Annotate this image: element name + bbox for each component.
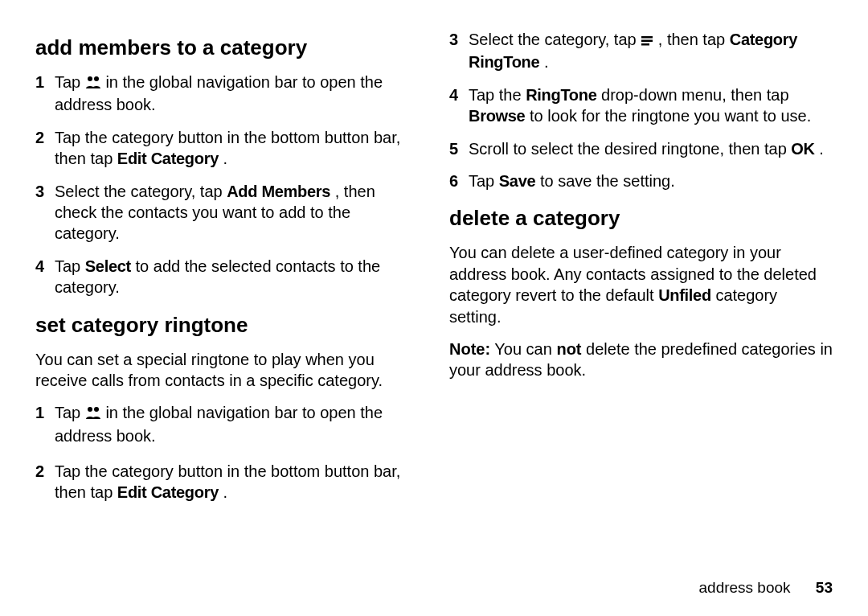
step-number: 3: [449, 29, 469, 50]
step-item: 2 Tap the category button in the bottom …: [35, 127, 419, 170]
text-run: in the global navigation bar to open the…: [55, 73, 383, 113]
svg-point-2: [88, 407, 92, 412]
add-members-steps: 1 Tap in the global navigation bar to op…: [35, 72, 419, 298]
heading-add-members: add members to a category: [35, 35, 419, 60]
step-number: 2: [35, 127, 55, 148]
step-number: 1: [35, 72, 55, 92]
step-text: Select the category, tap , then tap Cate…: [469, 29, 833, 73]
text-run: .: [223, 483, 228, 501]
svg-point-3: [94, 407, 99, 412]
text-run: Tap: [469, 172, 499, 190]
text-run: Select the category, tap: [55, 183, 227, 200]
bold-term: Edit Category: [117, 150, 219, 167]
step-text: Tap the category button in the bottom bu…: [55, 127, 419, 170]
step-item: 4 Tap the RingTone drop-down menu, then …: [449, 84, 833, 127]
step-item: 3 Select the category, tap , then tap Ca…: [449, 29, 833, 73]
text-run: to look for the ringtone you want to use…: [530, 107, 811, 125]
text-run: Select the category, tap: [469, 31, 641, 48]
bold-term: Edit Category: [117, 483, 219, 501]
text-run: Tap the category button in the bottom bu…: [55, 129, 400, 167]
step-number: 6: [449, 170, 469, 191]
bold-term: Add Members: [227, 183, 330, 200]
text-run: .: [819, 140, 824, 158]
footer-section: address book: [699, 579, 791, 596]
step-number: 2: [35, 461, 55, 482]
heading-set-ringtone: set category ringtone: [35, 313, 419, 338]
step-item: 5 Scroll to select the desired ringtone,…: [449, 138, 833, 159]
text-run: .: [223, 150, 228, 167]
manual-page: add members to a category 1 Tap in the g: [0, 0, 868, 616]
text-run: to save the setting.: [540, 172, 675, 190]
step-item: 2 Tap the category button in the bottom …: [35, 461, 419, 503]
text-run: Tap: [55, 73, 85, 91]
bold-term: RingTone: [526, 86, 596, 104]
step-number: 3: [35, 181, 55, 202]
bold-term: Unfiled: [658, 286, 711, 304]
delete-paragraph-1: You can delete a user-defined category i…: [449, 242, 833, 327]
step-number: 4: [35, 256, 55, 277]
text-run: Tap: [55, 404, 85, 421]
svg-rect-4: [641, 36, 653, 39]
contacts-icon: [85, 73, 101, 94]
text-run: Scroll to select the desired ringtone, t…: [469, 140, 791, 158]
text-run: , then tap: [658, 31, 730, 48]
text-run: Tap the category button in the bottom bu…: [55, 462, 400, 501]
svg-rect-5: [641, 40, 653, 43]
step-item: 3 Select the category, tap Add Members ,…: [35, 181, 419, 244]
two-column-layout: add members to a category 1 Tap in the g: [35, 29, 833, 552]
step-text: Tap the RingTone drop-down menu, then ta…: [469, 84, 833, 127]
step-text: Select the category, tap Add Members , t…: [55, 181, 419, 244]
contacts-icon: [85, 404, 101, 425]
menu-icon: [641, 31, 653, 51]
text-run: Tap the: [469, 86, 526, 104]
step-item: 4 Tap Select to add the selected contact…: [35, 256, 419, 298]
svg-point-0: [88, 76, 92, 81]
bold-term: OK: [791, 140, 814, 158]
set-ringtone-steps-part1: 1 Tap in the global navigation bar to op…: [35, 402, 419, 446]
step-item: 1 Tap in the global navigation bar to op…: [35, 402, 419, 446]
bold-term: Select: [85, 257, 131, 275]
text-run: Tap: [55, 257, 85, 275]
delete-paragraph-note: Note: You can not delete the predefined …: [449, 339, 833, 381]
page-number: 53: [816, 579, 833, 596]
step-text: Tap in the global navigation bar to open…: [55, 72, 419, 116]
page-footer: address book 53: [699, 579, 833, 597]
bold-term: Browse: [469, 107, 525, 125]
svg-point-1: [94, 76, 99, 81]
step-item: 1 Tap in the global navigation bar to op…: [35, 72, 419, 116]
text-run: in the global navigation bar to open the…: [55, 404, 383, 444]
step-text: Tap in the global navigation bar to open…: [55, 402, 419, 446]
step-text: Tap Save to save the setting.: [469, 170, 833, 191]
bold-term: Save: [499, 172, 536, 190]
text-run: .: [544, 53, 549, 71]
note-label: Note:: [449, 340, 490, 358]
step-text: Tap the category button in the bottom bu…: [55, 461, 419, 503]
bold-term: not: [556, 340, 581, 358]
step-text: Scroll to select the desired ringtone, t…: [469, 138, 833, 159]
step-number: 5: [449, 138, 469, 159]
text-run: drop-down menu, then tap: [601, 86, 789, 104]
step-number: 4: [449, 84, 469, 105]
step-item: 6 Tap Save to save the setting.: [449, 170, 833, 191]
heading-delete-category: delete a category: [449, 206, 833, 231]
text-run: You can: [494, 340, 556, 358]
svg-rect-6: [641, 43, 649, 46]
step-text: Tap Select to add the selected contacts …: [55, 256, 419, 298]
step-number: 1: [35, 402, 55, 423]
intro-paragraph: You can set a special ringtone to play w…: [35, 349, 419, 392]
